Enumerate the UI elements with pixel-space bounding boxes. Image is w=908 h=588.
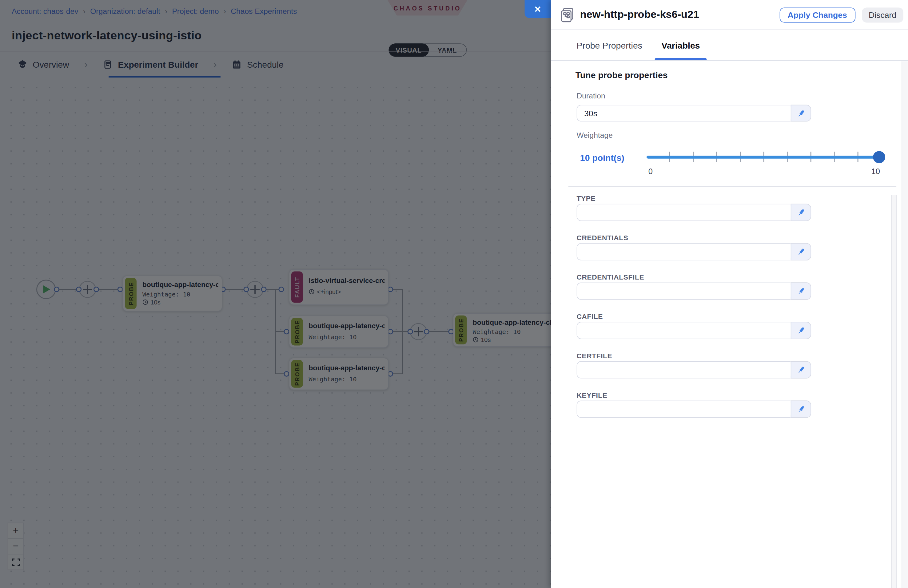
field-row-credentials: [576, 243, 811, 260]
field-row-cafile: [576, 322, 811, 339]
variables-scrollbar[interactable]: [891, 195, 897, 588]
probe-icon: [560, 7, 574, 22]
pin-icon: [796, 326, 806, 335]
modal-dim-overlay: [0, 0, 551, 588]
probe-name: new-http-probe-ks6-u21: [580, 9, 779, 21]
panel-header: new-http-probe-ks6-u21 Apply Changes Dis…: [551, 0, 908, 30]
type-input[interactable]: [576, 204, 790, 221]
keyfile-input[interactable]: [576, 400, 790, 418]
field-label-certfile: CERTFILE: [576, 352, 612, 360]
slider-max-label: 10: [871, 167, 880, 176]
pin-icon: [796, 287, 806, 296]
pin-duration-button[interactable]: [791, 105, 811, 122]
duration-input[interactable]: [576, 105, 790, 122]
field-label-credentialsfile: CREDENTIALSFILE: [576, 273, 644, 281]
close-panel-button[interactable]: ✕: [525, 0, 551, 18]
field-row-credentialsfile: [576, 282, 811, 300]
weightage-value: 10 point(s): [580, 153, 625, 163]
field-label-type: TYPE: [576, 194, 596, 202]
cafile-input[interactable]: [576, 322, 790, 339]
pin-credentials-button[interactable]: [791, 243, 811, 260]
credentials-input[interactable]: [576, 243, 790, 260]
weightage-slider[interactable]: [647, 149, 882, 164]
panel-tabs: Probe Properties Variables: [551, 30, 908, 61]
panel-scrollbar[interactable]: [902, 61, 907, 588]
slider-min-label: 0: [649, 167, 653, 176]
field-row-certfile: [576, 361, 811, 378]
duration-field-row: [576, 105, 811, 122]
pin-icon: [796, 109, 806, 118]
pin-icon: [796, 208, 806, 217]
pin-cafile-button[interactable]: [791, 322, 811, 339]
chaos-studio-app: Account: chaos-dev › Organization: defau…: [0, 0, 908, 588]
field-label-keyfile: KEYFILE: [576, 391, 607, 399]
pin-type-button[interactable]: [791, 204, 811, 221]
field-label-credentials: CREDENTIALS: [576, 234, 628, 242]
pin-icon: [796, 405, 806, 414]
field-label-cafile: CAFILE: [576, 312, 603, 320]
section-title: Tune probe properties: [575, 70, 668, 80]
tab-probe-properties[interactable]: Probe Properties: [576, 30, 642, 60]
pin-credentialsfile-button[interactable]: [791, 282, 811, 300]
slider-thumb[interactable]: [873, 151, 885, 163]
field-row-type: [576, 204, 811, 221]
discard-button[interactable]: Discard: [861, 7, 903, 22]
certfile-input[interactable]: [576, 361, 790, 378]
weightage-label: Weightage: [576, 131, 612, 139]
credentialsfile-input[interactable]: [576, 282, 790, 300]
section-divider: [568, 186, 896, 187]
apply-changes-button[interactable]: Apply Changes: [779, 7, 855, 22]
pin-keyfile-button[interactable]: [791, 400, 811, 418]
field-row-keyfile: [576, 400, 811, 418]
pin-icon: [796, 365, 806, 374]
experiment-builder-page: Account: chaos-dev › Organization: defau…: [0, 0, 551, 588]
pin-certfile-button[interactable]: [791, 361, 811, 378]
slider-track[interactable]: [647, 155, 882, 158]
duration-label: Duration: [576, 92, 605, 100]
probe-config-panel: new-http-probe-ks6-u21 Apply Changes Dis…: [551, 0, 908, 588]
tab-variables[interactable]: Variables: [662, 30, 700, 60]
pin-icon: [796, 247, 806, 257]
